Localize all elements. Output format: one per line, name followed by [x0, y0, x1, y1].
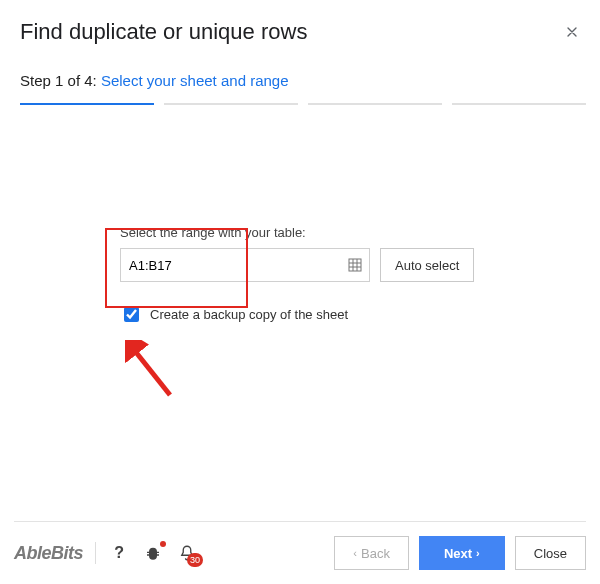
notifications-icon[interactable]: 30 [176, 542, 198, 564]
svg-line-1 [131, 346, 170, 395]
back-button[interactable]: ‹ Back [334, 536, 409, 570]
progress-seg-1 [20, 103, 154, 105]
bug-icon[interactable] [142, 542, 164, 564]
progress-bar [20, 103, 586, 105]
step-indicator: Step 1 of 4: Select your sheet and range [20, 72, 586, 89]
progress-seg-4 [452, 103, 586, 105]
range-input[interactable] [120, 248, 370, 282]
next-label: Next [444, 546, 472, 561]
notification-badge: 30 [187, 553, 203, 567]
chevron-right-icon: › [476, 547, 480, 559]
brand-logo: AbleBits [14, 543, 83, 564]
progress-seg-3 [308, 103, 442, 105]
auto-select-button[interactable]: Auto select [380, 248, 474, 282]
chevron-left-icon: ‹ [353, 547, 357, 559]
divider [95, 542, 96, 564]
backup-checkbox[interactable] [124, 307, 139, 322]
back-label: Back [361, 546, 390, 561]
svg-rect-0 [349, 259, 361, 271]
select-range-icon[interactable] [346, 256, 364, 274]
help-icon[interactable]: ? [108, 542, 130, 564]
backup-label: Create a backup copy of the sheet [150, 307, 348, 322]
close-button[interactable]: Close [515, 536, 586, 570]
range-label: Select the range with your table: [120, 225, 508, 240]
step-prefix: Step 1 of 4: [20, 72, 101, 89]
dialog-title: Find duplicate or unique rows [20, 19, 307, 45]
step-name-link[interactable]: Select your sheet and range [101, 72, 289, 89]
close-icon[interactable] [558, 18, 586, 46]
annotation-arrow [125, 340, 185, 400]
next-button[interactable]: Next › [419, 536, 505, 570]
progress-seg-2 [164, 103, 298, 105]
